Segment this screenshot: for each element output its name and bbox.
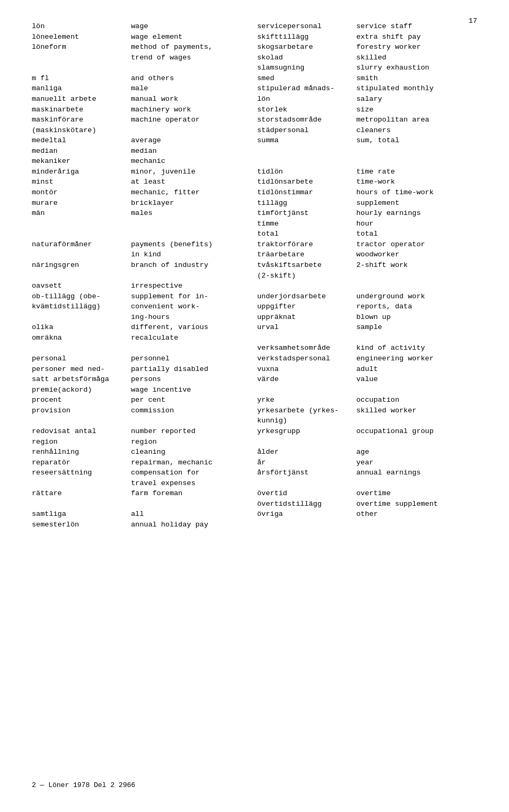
table-row: ing-hoursuppräknatblown up xyxy=(32,312,482,323)
table-row: minstat leasttidlönsarbetetime-work xyxy=(32,177,482,187)
cell-41-col4 xyxy=(356,437,482,447)
cell-35-col2: persons xyxy=(131,374,257,385)
table-row: semesterlönannual holiday pay xyxy=(32,520,482,530)
cell-43-col1: reparatör xyxy=(32,457,131,468)
cell-6-col4: stipulated monthly xyxy=(356,83,482,94)
table-row: premie(ackord)wage incentive xyxy=(32,385,482,395)
table-row: samtligaallövrigaother xyxy=(32,509,482,520)
cell-16-col2: mechanic, fitter xyxy=(131,187,257,198)
cell-25-col2: irrespective xyxy=(131,281,257,291)
cell-42-col2: cleaning xyxy=(131,447,257,457)
cell-8-col1: maskinarbete xyxy=(32,105,131,115)
cell-29-col1: olika xyxy=(32,322,131,333)
table-row: manligamalestipulerad månads-stipulated … xyxy=(32,83,482,94)
cell-37-col4: occupation xyxy=(356,395,482,405)
cell-3-col3: skolad xyxy=(257,53,356,63)
cell-18-col2: males xyxy=(131,208,257,219)
cell-46-col2: farm foreman xyxy=(131,488,257,499)
cell-20-col3: total xyxy=(257,229,356,239)
cell-13-col2: mechanic xyxy=(131,156,257,167)
cell-32-col2 xyxy=(131,343,257,353)
cell-32-col1 xyxy=(32,343,131,353)
cell-44-col3: årsförtjänst xyxy=(257,468,356,478)
cell-33-col4: engineering worker xyxy=(356,353,482,364)
cell-10-col2 xyxy=(131,125,257,136)
cell-18-col1: män xyxy=(32,208,131,219)
cell-21-col2: payments (benefits) xyxy=(131,239,257,250)
cell-47-col3: övertidstillägg xyxy=(257,499,356,509)
cell-33-col3: verkstadspersonal xyxy=(257,353,356,364)
table-row: näringsgrenbranch of industrytvåskiftsar… xyxy=(32,260,482,271)
cell-29-col2: different, various xyxy=(131,322,257,333)
cell-38-col1: provision xyxy=(32,405,131,416)
cell-20-col4: total xyxy=(356,229,482,239)
cell-45-col3 xyxy=(257,478,356,489)
cell-19-col2 xyxy=(131,219,257,229)
cell-29-col4: sample xyxy=(356,322,482,333)
cell-16-col1: montör xyxy=(32,187,131,198)
cell-22-col3: träarbetare xyxy=(257,249,356,260)
cell-9-col3: storstadsområde xyxy=(257,115,356,125)
cell-1-col3: skifttillägg xyxy=(257,32,356,42)
cell-28-col2: ing-hours xyxy=(131,312,257,323)
table-row: murarebricklayertilläggsupplement xyxy=(32,198,482,209)
cell-9-col4: metropolitan area xyxy=(356,115,482,125)
table-row: totaltotal xyxy=(32,229,482,239)
cell-6-col1: manliga xyxy=(32,83,131,94)
cell-5-col1: m fl xyxy=(32,73,131,84)
cell-48-col4: other xyxy=(356,509,482,520)
cell-19-col4: hour xyxy=(356,219,482,229)
cell-23-col1: näringsgren xyxy=(32,260,131,271)
table-row: mänmalestimförtjänsthourly earnings xyxy=(32,208,482,219)
cell-28-col4: blown up xyxy=(356,312,482,323)
cell-39-col3: kunnig) xyxy=(257,416,356,426)
cell-17-col4: supplement xyxy=(356,198,482,209)
cell-10-col1: (maskinskötare) xyxy=(32,125,131,136)
cell-24-col3: (2-skift) xyxy=(257,271,356,281)
cell-17-col1: murare xyxy=(32,198,131,209)
table-row: timmehour xyxy=(32,219,482,229)
cell-4-col1 xyxy=(32,63,131,73)
cell-48-col1: samtliga xyxy=(32,509,131,520)
table-row: in kindträarbetarewoodworker xyxy=(32,249,482,260)
table-row: reseersättningcompensation forårsförtjän… xyxy=(32,468,482,478)
cell-40-col4: occupational group xyxy=(356,426,482,437)
cell-11-col1: medeltal xyxy=(32,135,131,146)
cell-26-col3: underjordsarbete xyxy=(257,291,356,302)
cell-45-col1 xyxy=(32,478,131,489)
cell-45-col4 xyxy=(356,478,482,489)
cell-26-col4: underground work xyxy=(356,291,482,302)
cell-44-col1: reseersättning xyxy=(32,468,131,478)
cell-19-col1 xyxy=(32,219,131,229)
cell-37-col2: per cent xyxy=(131,395,257,405)
table-row: lönwageservicepersonalservice staff xyxy=(32,21,482,32)
cell-8-col4: size xyxy=(356,105,482,115)
cell-2-col3: skogsarbetare xyxy=(257,42,356,53)
cell-13-col4 xyxy=(356,156,482,167)
cell-27-col4: reports, data xyxy=(356,301,482,312)
table-row: medianmedian xyxy=(32,146,482,157)
cell-28-col1 xyxy=(32,312,131,323)
cell-6-col3: stipulerad månads- xyxy=(257,83,356,94)
table-row: manuellt arbetemanual work lön salary xyxy=(32,94,482,105)
cell-8-col2: machinery work xyxy=(131,105,257,115)
cell-24-col1 xyxy=(32,271,131,281)
cell-10-col3: städpersonal xyxy=(257,125,356,136)
cell-49-col2: annual holiday pay xyxy=(131,520,257,530)
cell-7-col2: manual work xyxy=(131,94,257,105)
table-row: kunnig) xyxy=(32,416,482,426)
cell-4-col3: slamsugning xyxy=(257,63,356,73)
cell-34-col4: adult xyxy=(356,364,482,375)
table-row: oavsettirrespective xyxy=(32,281,482,291)
cell-38-col4: skilled worker xyxy=(356,405,482,416)
table-row: rättarefarm foremanövertidovertime xyxy=(32,488,482,499)
cell-33-col1: personal xyxy=(32,353,131,364)
cell-36-col2: wage incentive xyxy=(131,385,257,395)
cell-41-col2: region xyxy=(131,437,257,447)
cell-1-col2: wage element xyxy=(131,32,257,42)
cell-34-col1: personer med ned- xyxy=(32,364,131,375)
cell-30-col2: recalculate xyxy=(131,333,257,343)
cell-11-col4: sum, total xyxy=(356,135,482,146)
cell-44-col2: compensation for xyxy=(131,468,257,478)
table-row: maskinföraremachine operatorstorstadsomr… xyxy=(32,115,482,125)
